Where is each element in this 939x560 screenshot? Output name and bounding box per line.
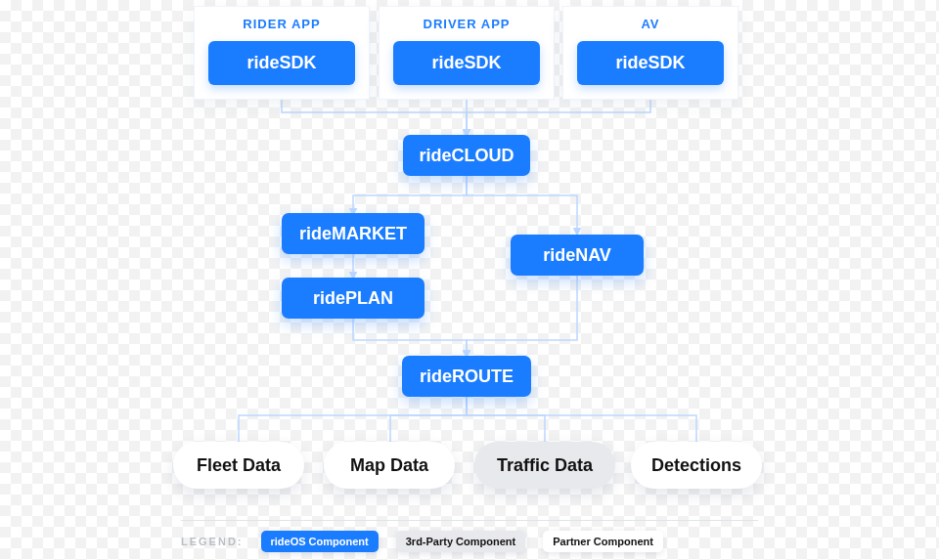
legend-third-party-chip: 3rd-Party Component [396, 531, 525, 552]
av-title: AV [577, 17, 724, 31]
driver-app-title: DRIVER APP [393, 17, 540, 31]
driver-app-card: DRIVER APP rideSDK [379, 6, 555, 100]
legend: LEGEND: rideOS Component 3rd-Party Compo… [181, 520, 758, 552]
detections-pill: Detections [631, 442, 762, 489]
rideplan-node: ridePLAN [282, 278, 425, 319]
legend-partner-chip: Partner Component [543, 531, 663, 552]
legend-label: LEGEND: [181, 536, 244, 547]
ridenav-node: rideNAV [511, 235, 644, 276]
fleet-data-pill: Fleet Data [173, 442, 304, 489]
av-card: AV rideSDK [562, 6, 738, 100]
architecture-diagram: RIDER APP rideSDK DRIVER APP rideSDK AV … [0, 0, 939, 560]
traffic-data-pill: Traffic Data [474, 442, 615, 489]
driver-sdk-node: rideSDK [393, 41, 540, 85]
rider-app-title: RIDER APP [208, 17, 355, 31]
rider-app-card: RIDER APP rideSDK [194, 6, 370, 100]
rideroute-node: rideROUTE [402, 356, 531, 397]
legend-rideos-chip: rideOS Component [261, 531, 379, 552]
av-sdk-node: rideSDK [577, 41, 724, 85]
map-data-pill: Map Data [324, 442, 455, 489]
ridemarket-node: rideMARKET [282, 213, 425, 254]
ridecloud-node: rideCLOUD [403, 135, 530, 176]
rider-sdk-node: rideSDK [208, 41, 355, 85]
